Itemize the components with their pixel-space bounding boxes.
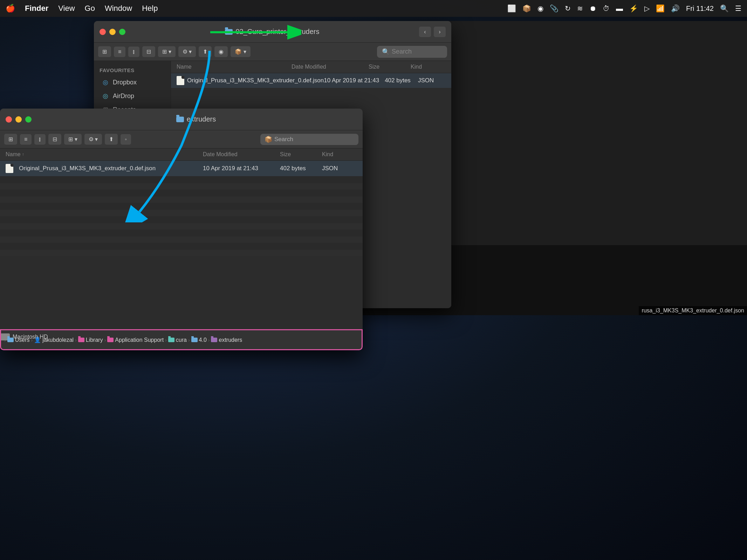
column-view-btn-front[interactable]: ⫿ [34, 134, 46, 145]
traffic-lights-back [100, 29, 125, 35]
folder-icon-appsupport [107, 338, 114, 342]
airplay-icon[interactable]: ▷ [644, 4, 650, 13]
minimize-button-front[interactable] [15, 116, 22, 123]
airdrop-sidebar-icon: ◎ [102, 92, 109, 100]
search-bar-back[interactable]: 🔍 Search [377, 46, 447, 58]
window-menu[interactable]: Window [105, 4, 132, 13]
icon-view-btn-front[interactable]: ⊞ [4, 134, 17, 145]
path-label-extruders: extruders [219, 337, 242, 343]
wifi-icon[interactable]: 📶 [656, 4, 665, 13]
folder-icon-library [78, 338, 84, 342]
photos-icon[interactable]: ⬜ [507, 4, 516, 13]
minimize-button-back[interactable] [109, 29, 116, 35]
search-menubar-icon[interactable]: 🔍 [720, 4, 729, 13]
file-kind-front: JSON [322, 165, 357, 172]
file-size-front: 402 bytes [280, 165, 322, 172]
blue-arrow [111, 47, 238, 224]
folder-icon-extruders [211, 338, 217, 342]
path-sep-3: › [104, 337, 106, 343]
file-size-back: 402 bytes [385, 77, 418, 84]
green-arrow [203, 18, 301, 48]
path-label-cura: cura [176, 337, 187, 343]
finder-front-statusbar: Macintosh HD › Users › 👤 jakubdolezal › … [0, 329, 363, 350]
path-extruders[interactable]: extruders [211, 337, 242, 343]
col-header-date-back[interactable]: Date Modified [292, 64, 369, 70]
record-icon[interactable]: ⏺ [589, 5, 596, 13]
col-header-kind-back[interactable]: Kind [411, 64, 446, 70]
gallery-view-btn-front[interactable]: ⊟ [48, 134, 61, 145]
preview-filename: rusa_i3_MK3S_MK3_extruder_0.def.json [639, 306, 747, 315]
file-date-back: 10 Apr 2019 at 21:43 [324, 77, 385, 84]
battery-icon[interactable]: ▬ [616, 5, 623, 13]
clip-icon[interactable]: 📎 [550, 4, 558, 13]
go-menu[interactable]: Go [85, 4, 95, 13]
menubar: 🍎 Finder View Go Window Help ⬜ 📦 ◉ 📎 ↻ ≋… [0, 0, 747, 17]
screen-icon[interactable]: ≋ [577, 4, 583, 13]
col-header-size-back[interactable]: Size [369, 64, 411, 70]
folder-icon-users [7, 338, 14, 342]
empty-row-11 [0, 243, 363, 250]
traffic-lights-front [6, 116, 32, 123]
icon-view-btn-back[interactable]: ⊞ [98, 46, 111, 57]
cc-icon[interactable]: ◉ [537, 4, 543, 13]
empty-row-8 [0, 223, 363, 230]
search-placeholder-front: Search [274, 136, 293, 143]
path-cura[interactable]: cura [168, 337, 187, 343]
col-header-size-front[interactable]: Size [280, 151, 322, 158]
close-button-front[interactable] [6, 116, 12, 123]
maximize-button-front[interactable] [25, 116, 32, 123]
path-sep-4: › [165, 337, 167, 343]
dropbox-sidebar-icon: ◎ [102, 78, 109, 86]
dropbox-icon[interactable]: 📦 [522, 4, 531, 13]
path-label-appsupport: Application Support [115, 337, 164, 343]
dropbox-search-icon: 📦 [265, 136, 272, 143]
search-bar-front[interactable]: 📦 Search [260, 134, 358, 145]
path-4-0[interactable]: 4.0 [191, 337, 207, 343]
close-button-back[interactable] [100, 29, 106, 35]
finder-menu[interactable]: Finder [25, 4, 48, 13]
path-label-library: Library [86, 337, 103, 343]
empty-row-10 [0, 236, 363, 243]
path-appsupport[interactable]: Application Support [107, 337, 164, 343]
bluetooth-icon[interactable]: ⚡ [629, 4, 638, 13]
folder-icon-cura [168, 338, 174, 342]
file-kind-back: JSON [418, 77, 446, 84]
search-icon-back: 🔍 [382, 48, 390, 56]
help-menu[interactable]: Help [142, 4, 158, 13]
col-header-kind-front[interactable]: Kind [322, 151, 357, 158]
path-sep-5: › [188, 337, 190, 343]
path-sep-2: › [75, 337, 77, 343]
action-btn-front[interactable]: ⚙ ▾ [84, 134, 102, 145]
forward-button-back[interactable]: › [434, 27, 446, 37]
autosave-icon[interactable]: ↻ [565, 4, 571, 13]
time-display: Fri 11:42 [686, 5, 714, 13]
apple-menu[interactable]: 🍎 [6, 4, 15, 13]
maximize-button-back[interactable] [119, 29, 125, 35]
hd-label: Macintosh HD [13, 334, 48, 340]
view-menu[interactable]: View [58, 4, 75, 13]
folder-icon-4-0 [191, 338, 198, 342]
empty-row-9 [0, 230, 363, 236]
back-button-back[interactable]: ‹ [419, 27, 431, 37]
empty-row-12 [0, 250, 363, 256]
list-view-btn-front[interactable]: ≡ [20, 134, 32, 145]
path-sep-6: › [208, 337, 210, 343]
group-btn-front[interactable]: ⊞ ▾ [64, 134, 81, 145]
time-machine-icon[interactable]: ⏱ [603, 5, 610, 13]
path-label-4-0: 4.0 [199, 337, 207, 343]
sort-indicator: ↑ [22, 152, 24, 157]
file-icon-front [6, 164, 13, 173]
search-placeholder-back: Search [392, 48, 412, 55]
notification-icon[interactable]: ☰ [735, 4, 741, 13]
volume-icon[interactable]: 🔊 [671, 4, 680, 13]
path-library[interactable]: Library [78, 337, 103, 343]
